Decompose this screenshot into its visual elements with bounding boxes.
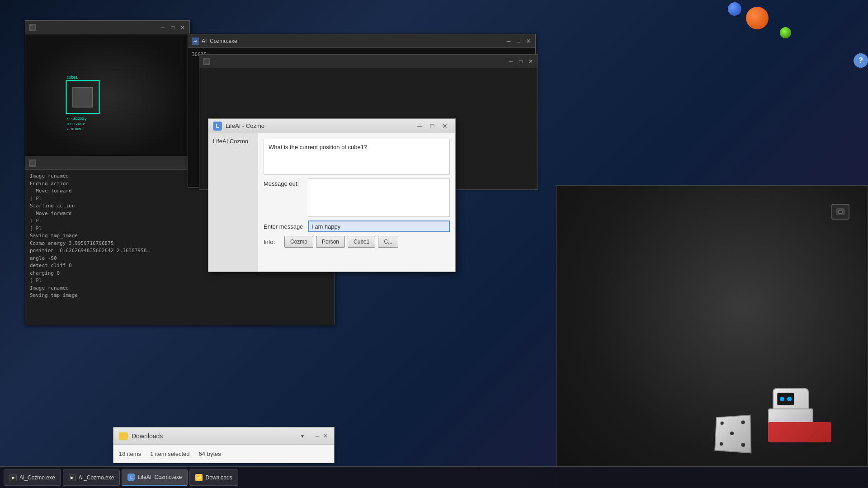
message-out-label: Message out:: [264, 178, 304, 187]
cube-dot: [720, 442, 723, 446]
bg2-minimize-button[interactable]: ─: [508, 58, 514, 65]
camera-window-titlebar: ⬛ ─ □ ✕: [25, 21, 189, 34]
camera-window: ⬛ ─ □ ✕ cube1 x -4.82203 y 0.111741 z -1…: [25, 20, 190, 160]
lifeai-close-button[interactable]: ✕: [439, 121, 451, 131]
selected-count: 1 item selected: [150, 450, 189, 457]
bg2-controls: ─ □ ✕: [508, 58, 534, 65]
taskbar: ▶ AI_Cozmo.exe ▶ AI_Cozmo.exe L LifeAI_C…: [0, 466, 868, 488]
info-label: Info:: [264, 239, 282, 245]
taskbar-label-1: AI_Cozmo.exe: [19, 474, 55, 481]
camera-close-button[interactable]: ✕: [179, 24, 186, 31]
ai-cozmo-maximize-button[interactable]: □: [515, 38, 522, 44]
downloads-folder-icon: [119, 432, 128, 440]
lifeai-restore-button[interactable]: □: [426, 121, 438, 131]
taskbar-folder-icon: 📁: [195, 474, 203, 481]
message-display-text: What is the current position of cube1?: [269, 144, 367, 150]
camera-window-icon: ⬛: [29, 24, 36, 31]
info-cozmo-button[interactable]: Cozmo: [284, 236, 313, 248]
taskbar-ai-cozmo-2[interactable]: ▶ AI_Cozmo.exe: [63, 469, 120, 486]
ai-cozmo-close-button[interactable]: ✕: [525, 38, 532, 44]
cube-image: [73, 87, 93, 108]
cube-dot: [741, 420, 745, 424]
camera-minimize-button[interactable]: ─: [160, 24, 166, 31]
enter-message-label: Enter message: [264, 223, 304, 230]
taskbar-lifeai-icon: L: [127, 474, 135, 481]
bg2-maximize-button[interactable]: □: [518, 58, 524, 65]
taskbar-label-2: AI_Cozmo.exe: [79, 474, 114, 481]
camera-window-controls: ─ □ ✕: [160, 24, 186, 31]
taskbar-label-4: Downloads: [205, 474, 232, 481]
camera-feed: cube1 x -4.82203 y 0.111741 z -1.01065: [25, 34, 189, 160]
console-icon: ⬛: [29, 160, 36, 167]
planet-blue-decoration: [728, 2, 741, 16]
cube-dot: [730, 432, 734, 435]
file-size: 64 bytes: [199, 450, 221, 457]
robot-eye-right: [787, 397, 792, 401]
robot-tracks: [768, 422, 831, 442]
taskbar-lifeai-cozmo[interactable]: L LifeAI_Cozmo.exe: [122, 469, 188, 486]
info-row: Info: Cozmo Person Cube1 C...: [264, 236, 450, 248]
log-line: [ Pl: [30, 277, 330, 285]
message-out-row: Message out:: [264, 178, 450, 217]
lifeai-controls: ─ □ ✕: [414, 121, 451, 131]
lifeai-title: LifeAI - Cozmo: [226, 122, 414, 129]
cozmo-robot: [768, 388, 831, 442]
log-line: Saving tmp_image: [30, 292, 330, 300]
help-button[interactable]: ?: [854, 53, 868, 68]
ai-cozmo-minimize-button[interactable]: ─: [505, 38, 512, 44]
lifeai-minimize-button[interactable]: ─: [414, 121, 425, 131]
camera-body: [836, 208, 845, 215]
ai-cozmo-controls: ─ □ ✕: [505, 38, 532, 44]
robot-camera-feed: [556, 185, 868, 488]
items-count: 18 items: [119, 450, 141, 457]
message-out-area: [308, 178, 450, 217]
taskbar-ai-cozmo-1[interactable]: ▶ AI_Cozmo.exe: [4, 469, 61, 486]
ai-cozmo-icon: AI: [192, 38, 199, 45]
info-cube1-button[interactable]: Cube1: [348, 236, 375, 248]
ai-cozmo-titlebar: AI AI_Cozmo.exe ─ □ ✕: [188, 34, 535, 48]
cube-detection-overlay: cube1 x -4.82203 y 0.111741 z -1.01065: [66, 80, 100, 114]
lifeai-titlebar: L LifeAI - Cozmo ─ □ ✕: [208, 119, 455, 133]
file-explorer-minimize[interactable]: ─: [314, 433, 321, 439]
robot-screen: [777, 393, 794, 405]
cube-coordinates: x -4.82203 y 0.111741 z -1.01065: [67, 116, 99, 131]
file-explorer-close[interactable]: ✕: [322, 433, 329, 439]
cube-in-scene: [714, 415, 751, 454]
lifeai-body: LifeAI Cozmo What is the current positio…: [208, 133, 455, 272]
bg2-close-button[interactable]: ✕: [528, 58, 534, 65]
robot-eye-left: [780, 397, 784, 401]
lifeai-sidebar: LifeAI Cozmo: [208, 133, 258, 272]
taskbar-label-3: LifeAI_Cozmo.exe: [137, 474, 182, 480]
ai-cozmo-title: AI_Cozmo.exe: [202, 38, 505, 44]
downloads-folder-label: Downloads: [132, 432, 300, 440]
file-explorer-bar: Downloads ▼ ─ ✕: [113, 427, 334, 445]
enter-message-input[interactable]: [308, 221, 450, 232]
cube-detection-label: cube1: [67, 75, 78, 80]
bg2-icon: ⬛: [203, 58, 210, 65]
desktop: ⬛ ─ □ ✕ cube1 x -4.82203 y 0.111741 z -1…: [0, 0, 868, 488]
log-line: Image renamed: [30, 285, 330, 292]
cube-dot: [741, 443, 745, 447]
message-display: What is the current position of cube1?: [264, 139, 450, 175]
info-more-button[interactable]: C...: [378, 236, 398, 248]
lifeai-icon: L: [213, 122, 222, 131]
lifeai-main-content: What is the current position of cube1? M…: [258, 133, 455, 272]
cube-dot: [720, 422, 723, 425]
taskbar-console-icon-2: ▶: [69, 474, 76, 481]
taskbar-console-icon-1: ▶: [9, 474, 17, 481]
file-explorer-window: Downloads ▼ ─ ✕ 18 items 1 item selected…: [113, 427, 335, 463]
orb-green-decoration: [780, 27, 791, 38]
file-explorer-controls: ─ ✕: [314, 433, 329, 439]
lifeai-sidebar-label: LifeAI Cozmo: [213, 138, 248, 145]
dropdown-arrow-icon[interactable]: ▼: [300, 433, 305, 439]
camera-lens: [838, 210, 843, 214]
file-status-bar: 18 items 1 item selected 64 bytes: [113, 445, 334, 463]
camera-maximize-button[interactable]: □: [170, 24, 176, 31]
bg2-titlebar: ⬛ ─ □ ✕: [199, 55, 538, 68]
info-person-button[interactable]: Person: [316, 236, 345, 248]
camera-feed-content: cube1 x -4.82203 y 0.111741 z -1.01065: [25, 34, 189, 160]
camera-icon-overlay: [831, 204, 849, 220]
lifeai-window: L LifeAI - Cozmo ─ □ ✕ LifeAI Cozmo What…: [208, 118, 456, 272]
taskbar-downloads[interactable]: 📁 Downloads: [189, 469, 238, 486]
enter-message-row: Enter message: [264, 221, 450, 232]
